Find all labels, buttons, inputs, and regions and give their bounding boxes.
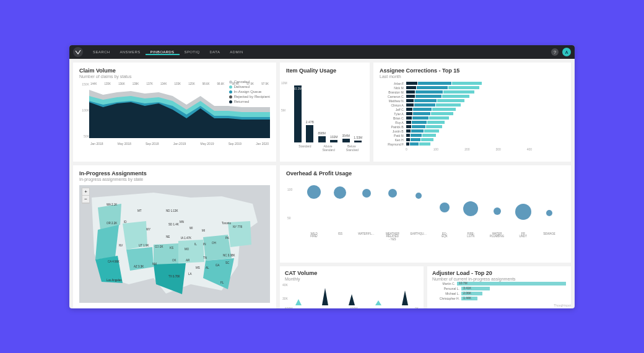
claim-volume-sub: Number of claims by status bbox=[79, 74, 270, 79]
adjuster-sub: Number of current in-progress assignment… bbox=[432, 277, 566, 281]
nav-data[interactable]: DATA bbox=[205, 50, 225, 54]
adjuster-chart: Martin C.10.7MPersonal L.3.41KMichael L.… bbox=[432, 281, 566, 301]
item-quality-title: Item Quality Usage bbox=[286, 68, 363, 74]
help-icon[interactable]: ? bbox=[551, 48, 559, 56]
us-map[interactable]: WA 2.1KMTND 1.13KMNIDOR 2.2KWYSD 1.4KWIM… bbox=[79, 185, 270, 303]
claim-volume-title: Claim Volume bbox=[79, 68, 270, 74]
adjuster-title: Adjuster Load - Top 20 bbox=[432, 270, 566, 276]
in-progress-sub: In-progress assignments by state bbox=[79, 177, 270, 181]
overhead-title: Overhead & Profit Usage bbox=[286, 170, 565, 176]
cat-title: CAT Volume bbox=[285, 270, 419, 276]
assignee-chart: Arlan F.Nick M.Brandon M.Cameron C.Matth… bbox=[380, 81, 565, 146]
logo-icon[interactable] bbox=[73, 47, 83, 57]
avatar[interactable]: A bbox=[562, 48, 571, 56]
footer-brand: Thoughtspot bbox=[554, 303, 571, 307]
nav-spotiq[interactable]: SPOTIQ bbox=[180, 50, 205, 54]
item-quality-chart: 10.3M2.47B898M102M354M1.53M bbox=[292, 77, 363, 142]
assignee-sub: Last month bbox=[380, 74, 565, 79]
card-item-quality: Item Quality Usage 10M 5M 10.3M2.47B898M… bbox=[280, 63, 370, 162]
cat-sub: Monthly bbox=[285, 277, 419, 281]
zoom-out-button[interactable]: − bbox=[82, 196, 89, 203]
overhead-chart bbox=[301, 185, 562, 230]
claim-volume-chart bbox=[89, 82, 270, 138]
app-frame: SEARCHANSWERSPINBOARDSSPOTIQDATAADMIN ? … bbox=[69, 45, 575, 308]
nav-pinboards[interactable]: PINBOARDS bbox=[146, 50, 180, 55]
nav-admin[interactable]: ADMIN bbox=[225, 50, 248, 54]
cat-chart: 40K 30K bbox=[285, 283, 419, 305]
card-cat-volume: CAT Volume Monthly 40K 30K 600M 400M bbox=[280, 266, 424, 308]
nav-answers[interactable]: ANSWERS bbox=[115, 50, 145, 54]
in-progress-title: In-Progress Assignments bbox=[79, 170, 270, 176]
map-zoom-controls: + − bbox=[82, 188, 90, 204]
card-overhead: Overhead & Profit Usage 100 50 WILD FIRE… bbox=[280, 165, 571, 263]
top-nav: SEARCHANSWERSPINBOARDSSPOTIQDATAADMIN ? … bbox=[69, 45, 575, 59]
card-in-progress: In-Progress Assignments In-progress assi… bbox=[73, 165, 276, 308]
card-assignee-corrections: Assignee Corrections - Top 15 Last month… bbox=[373, 63, 571, 162]
assignee-title: Assignee Corrections - Top 15 bbox=[380, 68, 565, 74]
card-adjuster-load: Adjuster Load - Top 20 Number of current… bbox=[427, 266, 571, 308]
nav-search[interactable]: SEARCH bbox=[88, 50, 115, 54]
zoom-in-button[interactable]: + bbox=[82, 188, 89, 196]
card-claim-volume: Claim Volume Number of claims by status … bbox=[73, 63, 276, 162]
